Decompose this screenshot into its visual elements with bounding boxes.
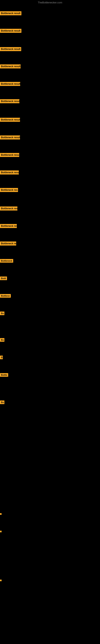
bottleneck-badge-11: Bottleneck res [0, 206, 17, 210]
bottleneck-badge-17: Bo [0, 312, 4, 315]
bottleneck-badge-20: Bottle [0, 373, 8, 377]
bottleneck-badge-19: B [0, 356, 3, 359]
bottleneck-badge-5: Bottleneck result [0, 99, 19, 103]
bottleneck-badge-12: Bottleneck res [0, 224, 17, 228]
bottleneck-badge-2: Bottleneck result [0, 47, 21, 51]
bottleneck-badge-6: Bottleneck result [0, 118, 20, 122]
bottleneck-badge-8: Bottleneck result [0, 153, 19, 157]
bottleneck-badge-0: Bottleneck result [0, 11, 21, 15]
bottleneck-badge-9: Bottleneck result [0, 170, 19, 174]
site-title: TheBottlenecker.com [0, 1, 100, 4]
bottleneck-badge-14: Bottleneck [0, 259, 13, 263]
small-bar-2 [0, 580, 1, 581]
bottleneck-badge-10: Bottleneck res [0, 188, 18, 192]
bottleneck-badge-21: Bo [0, 400, 4, 404]
bottleneck-badge-4: Bottleneck result [0, 82, 20, 86]
bottleneck-badge-15: Bottl [0, 276, 7, 280]
bottleneck-badge-13: Bottleneck res [0, 242, 16, 246]
small-bar-0 [0, 513, 1, 515]
bottleneck-badge-7: Bottleneck result [0, 136, 20, 140]
small-bar-1 [0, 531, 1, 532]
bottleneck-badge-1: Bottleneck result [0, 29, 21, 33]
bottleneck-badge-16: Bottlene [0, 294, 11, 298]
bottleneck-badge-3: Bottleneck result [0, 64, 21, 68]
bottleneck-badge-18: Bo [0, 338, 4, 342]
